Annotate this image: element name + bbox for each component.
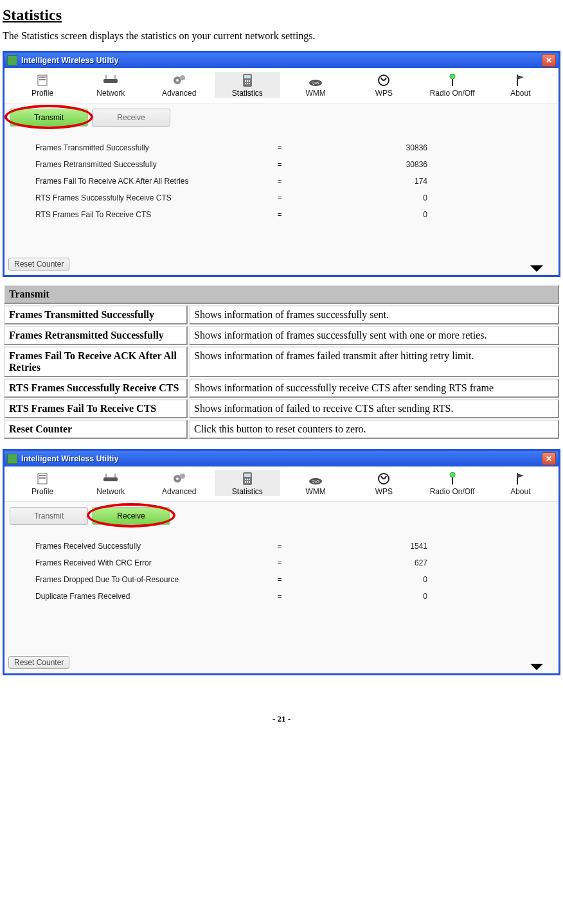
- main-toolbar: Profile Network Advanced Statistics QoS …: [4, 466, 559, 501]
- def-val: Shows information of frames failed trans…: [189, 346, 559, 377]
- window-title: Intelligent Wireless Utiltiy: [21, 454, 119, 463]
- screenshot-receive: Intelligent Wireless Utiltiy ✕ Profile N…: [3, 449, 560, 675]
- stat-eq: =: [247, 160, 312, 169]
- tab-label: Statistics: [232, 89, 263, 98]
- tab-label: Advanced: [162, 89, 196, 98]
- close-icon[interactable]: ✕: [542, 54, 556, 67]
- antenna-icon: [446, 472, 459, 486]
- svg-point-36: [247, 479, 248, 480]
- svg-text:QoS: QoS: [312, 479, 319, 483]
- def-val: Click this button to reset counters to z…: [189, 420, 559, 439]
- def-key: RTS Frames Fail To Receive CTS: [4, 399, 188, 418]
- tab-label: WPS: [375, 89, 393, 98]
- close-icon[interactable]: ✕: [542, 452, 556, 465]
- tab-network[interactable]: Network: [78, 72, 143, 98]
- tab-advanced[interactable]: Advanced: [147, 470, 212, 496]
- stat-value: 1541: [312, 542, 427, 551]
- tab-about[interactable]: About: [488, 470, 553, 496]
- tab-wps[interactable]: WPS: [351, 72, 416, 98]
- svg-text:QoS: QoS: [312, 81, 319, 85]
- tab-about[interactable]: About: [488, 72, 553, 98]
- stat-row: RTS Frames Successfully Receive CTS=0: [35, 190, 553, 206]
- svg-rect-2: [39, 79, 46, 80]
- gear-icon: [172, 73, 187, 87]
- tab-label: About: [510, 89, 530, 98]
- tab-advanced[interactable]: Advanced: [147, 72, 212, 98]
- svg-point-38: [245, 481, 246, 483]
- tab-profile[interactable]: Profile: [10, 72, 75, 98]
- stats-panel: Transmit Receive Frames Transmitted Succ…: [4, 103, 559, 275]
- def-val: Shows information of frames successfully…: [189, 305, 559, 324]
- stat-eq: =: [247, 143, 312, 152]
- profile-icon: [35, 73, 49, 87]
- tab-wmm[interactable]: QoS WMM: [283, 470, 348, 496]
- tab-statistics[interactable]: Statistics: [215, 72, 280, 98]
- table-row: Frames Retransmitted SuccessfullyShows i…: [4, 326, 559, 345]
- subtab-transmit[interactable]: Transmit: [10, 507, 88, 525]
- window-titlebar: Intelligent Wireless Utiltiy ✕: [4, 451, 559, 466]
- table-row: RTS Frames Fail To Receive CTSShows info…: [4, 399, 559, 418]
- svg-point-8: [180, 75, 185, 80]
- table-row: Frames Fail To Receive ACK After All Ret…: [4, 346, 559, 377]
- stat-label: Frames Received Successfully: [35, 542, 247, 551]
- svg-marker-23: [530, 265, 543, 272]
- def-key: Frames Fail To Receive ACK After All Ret…: [4, 346, 188, 377]
- reset-counter-button[interactable]: Reset Counter: [8, 258, 69, 271]
- table-row: Reset CounterClick this button to reset …: [4, 420, 559, 439]
- stat-value: 0: [312, 592, 427, 601]
- tab-statistics[interactable]: Statistics: [215, 470, 280, 496]
- stat-row: Frames Received Successfully=1541: [35, 538, 553, 555]
- tab-radio[interactable]: Radio On/Off: [420, 470, 485, 496]
- tab-label: WMM: [305, 89, 325, 98]
- window-title: Intelligent Wireless Utiltiy: [21, 56, 119, 65]
- def-key: Frames Retransmitted Successfully: [4, 326, 188, 345]
- expand-icon[interactable]: [530, 265, 543, 273]
- table-row: RTS Frames Successfully Receive CTSShows…: [4, 378, 559, 398]
- page-footer: - 21 -: [3, 714, 560, 724]
- expand-icon[interactable]: [530, 664, 543, 671]
- stat-row: Frames Dropped Due To Out-of-Resource=0: [35, 571, 553, 588]
- def-key: RTS Frames Successfully Receive CTS: [4, 378, 188, 398]
- tab-radio[interactable]: Radio On/Off: [420, 72, 485, 98]
- calculator-icon: [241, 73, 254, 87]
- def-key: Reset Counter: [4, 420, 188, 439]
- app-icon: [7, 454, 17, 464]
- tab-label: Network: [96, 487, 125, 496]
- highlight-circle: Transmit: [10, 109, 88, 127]
- stat-eq: =: [247, 210, 312, 219]
- reset-counter-button[interactable]: Reset Counter: [8, 656, 69, 669]
- svg-point-7: [176, 79, 179, 82]
- stat-value: 30836: [312, 143, 427, 152]
- subtab-transmit[interactable]: Transmit: [10, 109, 88, 127]
- calculator-icon: [241, 472, 254, 486]
- tab-profile[interactable]: Profile: [10, 470, 75, 496]
- main-toolbar: Profile Network Advanced Statistics QoS …: [4, 68, 559, 103]
- stat-row: Duplicate Frames Received=0: [35, 588, 553, 605]
- svg-point-35: [245, 479, 246, 480]
- tab-label: Profile: [31, 89, 53, 98]
- svg-point-37: [249, 479, 250, 480]
- stat-label: Frames Transmitted Successfully: [35, 143, 247, 152]
- tab-label: Network: [96, 89, 125, 98]
- stat-label: RTS Frames Successfully Receive CTS: [35, 193, 247, 202]
- svg-point-44: [450, 472, 455, 477]
- svg-point-15: [247, 83, 248, 84]
- table-row: Frames Transmitted SuccessfullyShows inf…: [4, 305, 559, 324]
- stat-value: 0: [312, 210, 427, 219]
- tab-network[interactable]: Network: [78, 470, 143, 496]
- def-val: Shows information of frames successfully…: [189, 326, 559, 345]
- stat-eq: =: [247, 193, 312, 202]
- stat-label: Frames Fail To Receive ACK After All Ret…: [35, 177, 247, 186]
- stat-label: Frames Received With CRC Error: [35, 558, 247, 567]
- tab-wmm[interactable]: QoS WMM: [283, 72, 348, 98]
- stat-label: Frames Dropped Due To Out-of-Resource: [35, 575, 247, 584]
- window-titlebar: Intelligent Wireless Utiltiy ✕: [4, 53, 559, 68]
- subtab-receive[interactable]: Receive: [92, 109, 170, 127]
- subtab-receive[interactable]: Receive: [92, 507, 170, 525]
- stat-value: 174: [312, 177, 427, 186]
- tab-wps[interactable]: WPS: [351, 470, 416, 496]
- stats-panel: Transmit Receive Frames Received Success…: [4, 501, 559, 673]
- svg-point-16: [249, 83, 250, 84]
- stat-row: Frames Retransmitted Successfully=30836: [35, 156, 553, 173]
- tab-label: WPS: [375, 487, 393, 496]
